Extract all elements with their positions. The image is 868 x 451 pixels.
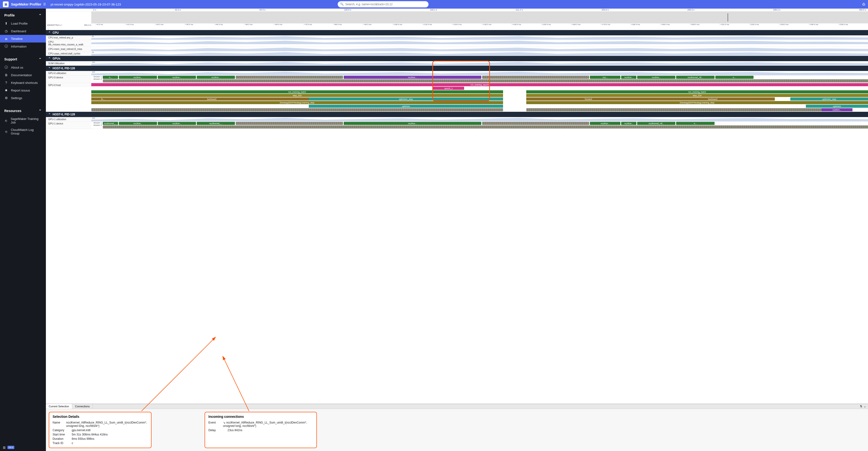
sidebar-item-dashboard[interactable]: ◷Dashboard	[0, 27, 46, 35]
topbar: ▦ SageMaker Profiler ☰ pt-resnet-smppy-1…	[0, 0, 868, 9]
kernel-span[interactable]: ncclKernel_...	[197, 122, 235, 125]
kernel-span[interactable]: ncclKer...	[197, 76, 235, 79]
span-optimize[interactable]: optimize	[806, 105, 868, 108]
kernel-span[interactable]: ncclKer...	[344, 76, 481, 79]
sidebar-item-keyboard[interactable]: ?Keyboard shortcuts	[0, 79, 46, 87]
span-strategy[interactable]: [Strategy]DDPStrategy.training_step	[526, 101, 868, 104]
track-label: GPU-1 device	[46, 122, 91, 129]
ms-tick: +126.5 ms	[452, 24, 482, 26]
sidebar-item-information[interactable]: ⓘInformation	[0, 42, 46, 50]
overview-bar[interactable]	[91, 11, 868, 24]
kernel-span[interactable]: n...	[715, 76, 753, 79]
timeline-icon: ≣	[4, 37, 8, 41]
detail-key: Duration	[53, 437, 72, 441]
sidebar-item-about[interactable]: ⓘAbout us	[0, 64, 46, 71]
span-cumem[interactable]: cuMem...	[822, 108, 852, 111]
kernel-span[interactable]: ncclKernel_...	[103, 122, 118, 125]
chevron-down-icon[interactable]: ⌃	[48, 57, 51, 60]
track-label: GPU-0 device	[46, 75, 91, 83]
span-epoch[interactable]: run_training_epoch	[91, 83, 868, 86]
ms-tick: +6.5 ms	[95, 24, 125, 26]
span-forward[interactable]: forward	[526, 97, 651, 101]
kernel-span[interactable]: ncclKer...	[119, 76, 157, 79]
kernel-span[interactable]: n...	[103, 76, 118, 79]
track-header-cpu[interactable]: ⌃CPU	[46, 30, 868, 35]
menu-icon[interactable]: ☰	[43, 3, 46, 6]
span-step[interactable]: step_233	[91, 94, 503, 97]
chevron-up-icon: ⌃	[39, 109, 41, 113]
track-label: GPU-0 utilization	[46, 71, 91, 75]
kernel-span[interactable]: ncclKer...	[621, 76, 637, 79]
span-batch[interactable]: run_training_batch	[526, 90, 868, 93]
sidebar-heading-support[interactable]: Support⌃	[0, 55, 46, 64]
span-epoch1[interactable]: epoch_1	[433, 87, 464, 90]
help-icon: ?	[4, 81, 8, 85]
tracks-area[interactable]: ⌃CPU CPU-inst_retired.any_p50CPU-itlb_mi…	[46, 30, 868, 404]
dashboard-icon: ◷	[4, 29, 8, 33]
span-batch[interactable]: run_training_batch	[91, 90, 503, 93]
chevron-down-icon[interactable]: ⌃	[48, 31, 51, 34]
kernel-span[interactable]: n...	[676, 122, 714, 125]
sidebar-item-documentation[interactable]: 🗎Documentation	[0, 71, 46, 79]
sidebar-heading-profile[interactable]: Profile⌃	[0, 11, 46, 20]
search-input[interactable]	[338, 1, 429, 7]
sidebar-heading-resources[interactable]: Resources⌃	[0, 106, 46, 115]
ruler-tick: 253.6 s	[601, 9, 609, 11]
ms-tick: +46.5 ms	[214, 24, 244, 26]
sidebar-item-settings[interactable]: ⚙Settings	[0, 94, 46, 102]
overview-marker[interactable]	[727, 13, 728, 22]
span-optimize[interactable]: optimize	[309, 105, 503, 108]
sidebar-item-report[interactable]: ✸Report issuus	[0, 87, 46, 94]
kernel-span[interactable]: ncclKer...	[590, 122, 620, 125]
span-optstep[interactable]: optimizer_step	[790, 97, 868, 101]
ruler-tick: 0 s	[93, 9, 96, 11]
span-strategy[interactable]: [Strategy]DDPStrategy.training_step	[91, 101, 503, 104]
kernel-span[interactable]: ncclKer...	[158, 76, 196, 79]
ruler[interactable]: 0 s42.3 s84.5 s126.8 s169.1 s211.4 s253.…	[46, 9, 868, 30]
sidebar-item-training-job[interactable]: ⎋SageMaker Training Job	[0, 115, 46, 126]
kernel-span[interactable]: ncclKer...	[637, 76, 675, 79]
power-icon[interactable]: ⏻	[862, 3, 865, 6]
track-header-host0-126[interactable]: ⌃HOST-0, PID-126	[46, 66, 868, 71]
kernel-span[interactable]: ncclKernel_All...	[676, 76, 714, 79]
ruler-tick: 380.5 s	[859, 9, 866, 11]
footer-badge: D8 0	[7, 446, 14, 449]
ms-tick: +246.5 ms	[808, 24, 838, 26]
chart-icon[interactable]: ▥	[3, 446, 5, 449]
tab-current-selection[interactable]: Current Selection	[46, 404, 72, 409]
sort-icon[interactable]: ⇅	[860, 405, 862, 408]
ms-tick: +186.5 ms	[630, 24, 660, 26]
span-fo[interactable]: fo...	[91, 97, 115, 101]
settings-icon: ⚙	[4, 96, 8, 100]
detail-key: Event	[208, 421, 223, 427]
tab-connections[interactable]: Connections	[72, 404, 93, 409]
ruler-tick: 126.8 s	[344, 9, 351, 11]
track-header-gpus[interactable]: ⌃GPUs	[46, 56, 868, 61]
kernel-span[interactable]: ncc...	[590, 76, 620, 79]
ms-tick: +96.5 ms	[363, 24, 393, 26]
chevron-down-icon[interactable]: ⌃	[48, 113, 51, 116]
span-backward[interactable]: backward	[651, 97, 775, 101]
span-backward[interactable]: backward	[115, 97, 309, 101]
track-label: GPU-1 utilization	[46, 117, 91, 121]
track-header-host0-128[interactable]: ⌃HOST-0, PID-128	[46, 112, 868, 117]
bug-icon: ✸	[4, 88, 8, 92]
chevron-up-icon: ⌃	[39, 57, 41, 61]
sidebar-item-load-profile[interactable]: ⬆Load Profile	[0, 20, 46, 27]
kernel-span[interactable]: ncclKer...	[621, 122, 637, 125]
span-optstep[interactable]: optimizer_step	[309, 97, 503, 101]
kernel-span[interactable]: ncclKer...	[119, 122, 157, 125]
app-title: SageMaker Profiler	[11, 2, 41, 6]
kernel-span[interactable]: ncclKer...	[344, 122, 481, 125]
ruler-anchor2: 331.2 s	[84, 24, 91, 26]
kernel-span[interactable]: ncclKernel_All...	[637, 122, 675, 125]
ms-tick: +106.5 ms	[393, 24, 422, 26]
chevron-down-icon[interactable]: ⌄	[864, 405, 866, 408]
sidebar-item-cloudwatch[interactable]: ⎋CloudWatch Log Group	[0, 126, 46, 137]
sidebar-item-timeline[interactable]: ≣Timeline	[0, 35, 46, 42]
chevron-down-icon[interactable]: ⌃	[48, 67, 51, 70]
kernel-span[interactable]: ncclKer...	[158, 122, 196, 125]
span-step[interactable]: step_234	[526, 94, 868, 97]
detail-key: Start time	[53, 433, 72, 436]
app-logo-icon: ▦	[3, 1, 9, 7]
